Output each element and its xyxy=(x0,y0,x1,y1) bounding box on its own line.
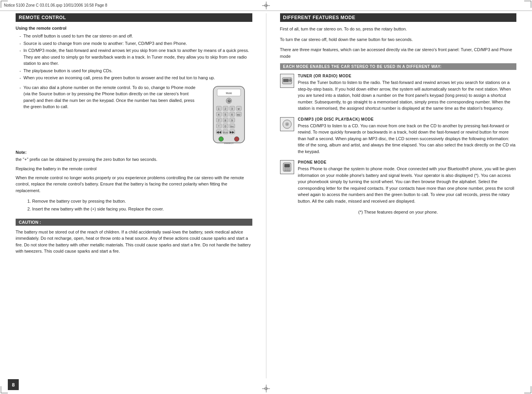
list-item: You can also dial a phone number on the … xyxy=(20,84,202,110)
svg-rect-54 xyxy=(284,170,286,171)
svg-text:0: 0 xyxy=(225,125,226,128)
intro-text2: To turn the car stereo off, hold down th… xyxy=(280,36,517,43)
svg-text:Mute: Mute xyxy=(223,131,228,134)
remote-control-svg: Mute ⏻ 1 2 3 M 4 5 xyxy=(209,84,248,147)
left-column: REMOTE CONTROL Using the remote control … xyxy=(16,13,256,378)
svg-text:9: 9 xyxy=(231,119,233,122)
svg-rect-53 xyxy=(288,168,290,169)
svg-text:2: 2 xyxy=(225,107,226,110)
phone-svg xyxy=(282,162,293,173)
cdmp3-svg xyxy=(282,119,293,130)
svg-text:◀◀: ◀◀ xyxy=(216,130,221,134)
svg-text:8: 8 xyxy=(225,119,226,122)
svg-point-39 xyxy=(219,137,223,141)
features-header: DIFFERENT FEATURES MODE xyxy=(280,13,517,22)
page-number: 8 xyxy=(8,379,19,390)
svg-point-40 xyxy=(234,137,239,141)
list-item: Source is used to change from one mode t… xyxy=(20,40,252,47)
right-column: DIFFERENT FEATURES MODE First of all, tu… xyxy=(276,13,517,378)
svg-point-44 xyxy=(289,79,291,82)
corner-mark-br xyxy=(524,386,531,393)
svg-text:3: 3 xyxy=(231,107,233,110)
column-divider xyxy=(266,13,266,378)
svg-rect-51 xyxy=(284,168,286,169)
caution-header: CAUTION : xyxy=(16,219,252,226)
tuner-content: Tuner (or Radio) mode Press the Tuner bu… xyxy=(298,74,517,112)
intro-text1: First of all, turn the car stereo on. To… xyxy=(280,26,517,32)
cdmp3-title: CD/MP3 (or disc playback) mode xyxy=(298,117,517,121)
page-header: Notice 5100 Zone C 03.01.06.qxp 10/01/20… xyxy=(0,0,532,11)
svg-text:4: 4 xyxy=(218,113,220,116)
svg-rect-52 xyxy=(286,168,288,169)
caution-text: The battery must be stored out of the re… xyxy=(16,229,252,255)
mode-item-tuner: Tuner (or Radio) mode Press the Tuner bu… xyxy=(280,74,517,112)
step-1: 1. Remove the battery cover by pressing … xyxy=(27,198,252,205)
svg-text:Src: Src xyxy=(230,125,234,128)
tuner-desc: Press the Tuner button to listen to the … xyxy=(298,79,517,112)
phone-desc: Press Phone to change the system to phon… xyxy=(298,166,517,204)
list-item: The on/off button is used to turn the ca… xyxy=(20,33,252,39)
list-item: When you receive an incoming call, press… xyxy=(20,75,252,81)
mode-banner: Each mode enables the car stereo to be u… xyxy=(280,63,517,70)
svg-text:*: * xyxy=(218,125,219,128)
svg-rect-43 xyxy=(283,79,289,82)
svg-text:PARROT: PARROT xyxy=(224,142,234,144)
battery-text: When the remote control no longer works … xyxy=(16,175,252,194)
svg-rect-55 xyxy=(286,170,288,171)
phone-title: Phone mode xyxy=(298,160,517,164)
footnote: (*) These features depend on your phone. xyxy=(280,210,517,214)
svg-text:1: 1 xyxy=(218,107,220,110)
note-section: Note: the "+" prefix can be obtained by … xyxy=(16,150,252,163)
list-item: In CD/MP3 mode, the fast-forward and rew… xyxy=(20,47,252,67)
svg-rect-50 xyxy=(284,164,290,168)
svg-text:⏻: ⏻ xyxy=(227,99,231,103)
intro-text3: There are three major features, which ca… xyxy=(280,46,517,59)
tuner-svg xyxy=(282,75,293,86)
svg-text:▶▶: ▶▶ xyxy=(230,130,235,134)
cdmp3-desc: Press CD/MP3 to listen to a CD. You can … xyxy=(298,123,517,155)
remote-image-area: You can also dial a phone number on the … xyxy=(16,84,252,147)
using-remote-title: Using the remote control xyxy=(16,26,252,30)
reg-crosshair-bottom xyxy=(262,385,270,392)
mode-item-phone: Phone mode Press Phone to change the sys… xyxy=(280,160,517,204)
svg-rect-56 xyxy=(288,170,290,171)
phone-content: Phone mode Press Phone to change the sys… xyxy=(298,160,517,204)
tuner-icon xyxy=(280,74,294,88)
svg-text:Mute: Mute xyxy=(226,92,232,94)
bullet-list: The on/off button is used to turn the ca… xyxy=(16,33,252,81)
phone-icon xyxy=(280,160,294,174)
svg-text:M: M xyxy=(237,108,239,110)
svg-point-48 xyxy=(286,123,287,125)
corner-mark-bl xyxy=(1,386,8,393)
tuner-title: Tuner (or Radio) mode xyxy=(298,74,517,78)
list-item: The play/pause button is used for playin… xyxy=(20,68,252,74)
steps-list: 1. Remove the battery cover by pressing … xyxy=(16,198,252,213)
svg-text:5: 5 xyxy=(225,113,226,116)
remote-image: Mute ⏻ 1 2 3 M 4 5 xyxy=(205,84,252,147)
last-bullet-list: You can also dial a phone number on the … xyxy=(16,84,202,110)
cdmp3-icon xyxy=(280,117,294,131)
note-title: Note: xyxy=(16,150,27,155)
svg-text:6: 6 xyxy=(231,113,233,116)
remote-control-header: REMOTE CONTROL xyxy=(16,13,252,22)
cdmp3-content: CD/MP3 (or disc playback) mode Press CD/… xyxy=(298,117,517,155)
mode-item-cdmp3: CD/MP3 (or disc playback) mode Press CD/… xyxy=(280,117,517,155)
main-content: REMOTE CONTROL Using the remote control … xyxy=(16,13,516,378)
svg-text:M2: M2 xyxy=(237,114,240,116)
note-text: the "+" prefix can be obtained by pressi… xyxy=(16,156,252,163)
header-text: Notice 5100 Zone C 03.01.06.qxp 10/01/20… xyxy=(4,3,107,7)
step-2: 2. Insert the new battery with the (+) s… xyxy=(27,205,252,213)
svg-text:7: 7 xyxy=(218,119,220,122)
battery-title: Replacing the battery in the remote cont… xyxy=(16,166,252,172)
remote-text-block: You can also dial a phone number on the … xyxy=(16,84,202,147)
